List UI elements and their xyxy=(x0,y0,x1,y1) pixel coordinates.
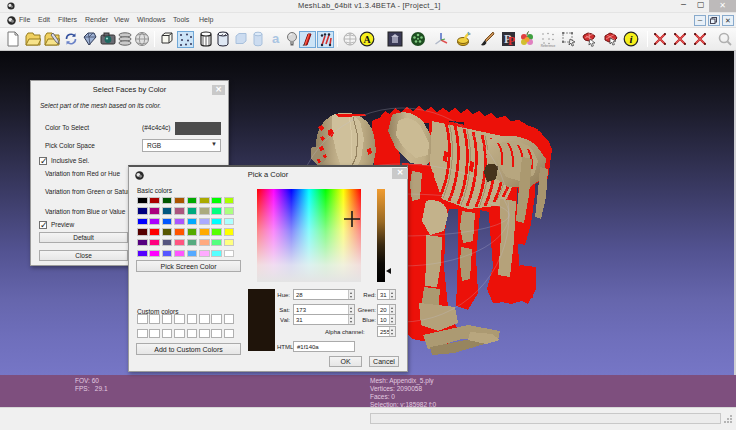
svg-text:Reference: Reference xyxy=(541,44,556,48)
svg-text:A: A xyxy=(363,34,371,45)
svg-text:P: P xyxy=(508,34,515,47)
